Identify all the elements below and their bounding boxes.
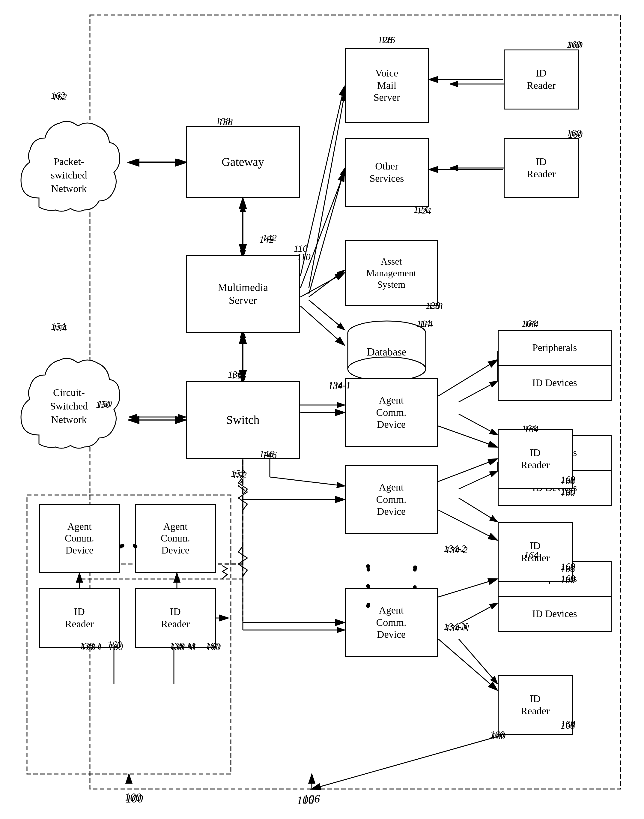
asset-management-label: AssetManagementSystem: [366, 256, 416, 290]
ref-142: 142: [262, 232, 277, 244]
ref-150: 150: [97, 398, 112, 410]
ref-158: 158: [218, 117, 233, 128]
svg-line-60: [439, 360, 497, 396]
agent-comm-2-box: AgentComm.Device: [345, 465, 438, 534]
agent-comm-M-box: AgentComm.Device: [135, 504, 216, 573]
id-reader-M-box: IDReader: [135, 588, 216, 648]
svg-text:switched: switched: [51, 169, 87, 181]
other-services-label: OtherServices: [370, 160, 404, 185]
ref-152: 152: [232, 470, 247, 481]
id-devices-1-label: ID Devices: [532, 377, 577, 389]
gateway-label: Gateway: [222, 155, 264, 169]
agent-comm-I-label: AgentComm.Device: [65, 521, 94, 556]
switch-box: Switch: [186, 381, 300, 459]
svg-line-16: [459, 381, 498, 402]
ref-164-top: 164: [524, 319, 538, 330]
ref-134-N: 134-N: [445, 622, 469, 634]
ref-100: 100: [124, 790, 141, 804]
ref-164-mid: 164: [524, 424, 538, 435]
svg-text:Circuit-: Circuit-: [53, 387, 85, 398]
agent-comm-M-label: AgentComm.Device: [161, 521, 190, 556]
ref-138-I: 138-I: [81, 641, 102, 653]
gateway-box: Gateway: [186, 126, 300, 198]
svg-text:Database: Database: [367, 346, 406, 358]
agent-comm-2-label: AgentComm.Device: [376, 481, 406, 518]
ref-160-I: 160: [109, 641, 123, 653]
svg-line-9: [309, 93, 345, 288]
id-reader-M-label: IDReader: [161, 606, 190, 630]
ref-162: 162: [52, 92, 67, 103]
ref-130: 130: [231, 370, 245, 382]
ref-128: 128: [428, 301, 443, 312]
ref-138-M: 138-M: [170, 641, 196, 653]
svg-line-21: [459, 471, 498, 489]
agent-comm-I-box: AgentComm.Device: [39, 504, 120, 573]
ref-110: 110: [297, 251, 311, 263]
id-reader-2-label: IDReader: [527, 156, 555, 180]
svg-line-56: [301, 306, 344, 345]
ref-146: 146: [262, 449, 277, 461]
asset-management-box: AssetManagementSystem: [345, 240, 438, 306]
ref-106: 106: [303, 792, 320, 805]
ref-114: 114: [419, 319, 433, 330]
svg-line-12: [309, 300, 345, 330]
ref-168-3: 168: [561, 720, 575, 731]
ref-160-M: 160: [206, 641, 221, 653]
packet-network-cloud: Packet- switched Network: [15, 102, 123, 222]
svg-line-23: [459, 498, 498, 522]
ref-154: 154: [52, 323, 67, 333]
ref-160-vm: 160: [568, 40, 583, 51]
ref-160-4: 160: [561, 575, 575, 585]
svg-text:Network: Network: [51, 414, 87, 425]
svg-line-11: [309, 270, 345, 297]
ref-168-1: 168: [561, 475, 575, 487]
svg-point-45: [348, 357, 426, 381]
agent-comm-1-box: AgentComm.Device: [345, 378, 438, 447]
svg-line-32: [459, 639, 498, 684]
voice-mail-server-label: VoiceMailServer: [374, 67, 400, 104]
ref-160-botN: 160: [491, 730, 506, 742]
svg-line-55: [301, 273, 344, 297]
multimedia-server-box: MultimediaServer: [186, 255, 300, 333]
svg-line-18: [459, 414, 498, 435]
other-services-box: OtherServices: [345, 138, 429, 207]
ref-164-bot: 164: [524, 550, 538, 561]
id-reader-1-label: IDReader: [527, 67, 555, 92]
ref-126: 126: [381, 34, 395, 46]
peripherals-1-box: Peripherals: [498, 330, 612, 366]
ref-134-1: 134-1: [328, 380, 351, 392]
id-reader-I-label: IDReader: [65, 606, 94, 630]
multimedia-server-label: MultimediaServer: [218, 281, 268, 307]
id-reader-2-box: IDReader: [504, 138, 579, 198]
ref-134-2: 134-2: [445, 544, 468, 556]
svg-line-65: [439, 510, 497, 540]
svg-text:Network: Network: [51, 183, 87, 194]
switch-label: Switch: [226, 413, 259, 427]
id-reader-1-box: IDReader: [504, 49, 579, 109]
database-shape: Database: [345, 318, 429, 384]
svg-line-72: [439, 579, 497, 597]
agent-comm-N-label: AgentComm.Device: [376, 604, 406, 641]
circuit-network-cloud: Circuit- Switched Network: [15, 330, 123, 459]
ref-160-os: 160: [568, 129, 583, 140]
ref-168-2: 168: [561, 563, 575, 575]
dots-between-agents: • •: [118, 537, 141, 556]
ref-160-3: 160: [561, 487, 575, 499]
id-devices-1-box: ID Devices: [498, 365, 612, 401]
svg-line-64: [439, 459, 497, 481]
agent-comm-N-box: AgentComm.Device: [345, 588, 438, 657]
svg-line-10: [309, 168, 345, 294]
svg-line-73: [439, 639, 497, 690]
agent-comm-1-label: AgentComm.Device: [376, 394, 406, 431]
peripherals-group-1: Peripherals ID Devices: [498, 330, 612, 401]
svg-line-20: [270, 477, 345, 486]
dot-single: •: [412, 558, 418, 577]
dots-column-1: •••: [365, 556, 371, 616]
peripherals-1-label: Peripherals: [532, 342, 577, 354]
ref-124: 124: [417, 206, 431, 217]
diagram: Packet- switched Network Circuit- Switch…: [0, 0, 644, 819]
svg-line-54: [301, 172, 344, 288]
svg-text:Switched: Switched: [50, 401, 88, 412]
voice-mail-server-box: VoiceMailServer: [345, 48, 429, 123]
svg-line-61: [439, 426, 497, 447]
